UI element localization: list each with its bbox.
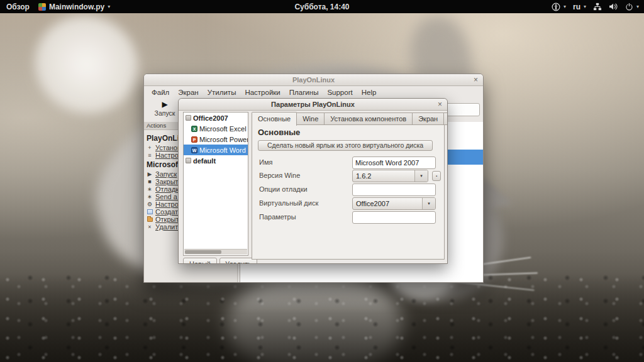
selected-value: Office2007 (356, 200, 389, 207)
tree-item-default[interactable]: default (184, 155, 248, 166)
report-icon: ∗ (147, 194, 153, 200)
chevron-down-icon: ▾ (108, 4, 110, 9)
desktop: Обзор Mainwindow.py ▾ Суббота, 14:40 ▾ r… (0, 0, 644, 362)
debug-options-field[interactable] (352, 184, 436, 196)
menu-display[interactable]: Экран (174, 89, 203, 96)
stop-icon: ■ (147, 178, 153, 185)
accessibility-icon (552, 3, 560, 11)
new-drive-button[interactable]: Новый (183, 258, 217, 264)
run-button-label: Запуск (155, 109, 175, 117)
tree-buttons: Новый Удалить (183, 258, 257, 264)
menu-file[interactable]: Файл (147, 89, 174, 96)
word-icon: W (191, 147, 197, 153)
power-icon (625, 3, 633, 11)
app-menu-label: Mainwindow.py (49, 3, 104, 11)
tree-item-label: Office2007 (193, 114, 228, 122)
tab-panel-general: Основные Сделать новый ярлык из этого ви… (252, 124, 445, 260)
play-icon: ▶ (147, 171, 153, 177)
app-menu-button[interactable]: Mainwindow.py ▾ (38, 3, 110, 11)
horizontal-scrollbar[interactable] (184, 249, 247, 255)
tab-display[interactable]: Экран (413, 112, 444, 125)
top-bar: Обзор Mainwindow.py ▾ Суббота, 14:40 ▾ r… (0, 0, 644, 13)
folder-icon (147, 217, 153, 222)
dialog-titlebar[interactable]: Параметры PlayOnLinux × (179, 99, 447, 111)
tree-item-label: default (193, 157, 216, 165)
volume-indicator[interactable] (609, 3, 618, 11)
virtual-drive-icon (186, 158, 191, 163)
chevron-down-icon: ▾ (564, 4, 566, 9)
chevron-down-icon: ▾ (636, 4, 639, 9)
remove-icon: × (147, 224, 153, 230)
tree-item-label: Microsoft Word 2007 (199, 146, 248, 154)
virtual-drive-select[interactable]: Office2007 ▾ (352, 197, 436, 210)
menu-support[interactable]: Support (323, 89, 357, 96)
drives-tree: Office2007 X Microsoft Excel 2007 P Micr… (183, 112, 248, 256)
tree-item-label: Microsoft Excel 2007 (199, 125, 248, 133)
tab-general[interactable]: Основные (252, 112, 297, 126)
cat-paw-shape (21, 13, 152, 128)
sidebar-item-label: Запуск (155, 170, 177, 178)
wine-version-label: Версия Wine (259, 172, 300, 179)
form-row-arguments: Параметры (258, 211, 438, 224)
name-field[interactable] (352, 156, 436, 169)
chevron-down-icon[interactable]: ▾ (414, 170, 428, 182)
menu-settings[interactable]: Настройки (240, 89, 284, 96)
power-menu[interactable]: ▾ (625, 3, 639, 11)
form-row-virtual-drive: Виртуальный диск Office2007 ▾ (258, 197, 438, 210)
dialog-title: Параметры PlayOnLinux (271, 101, 355, 108)
plus-icon: + (147, 145, 153, 151)
list-icon: ≡ (147, 152, 153, 158)
volume-icon (609, 3, 618, 11)
window-titlebar[interactable]: PlayOnLinux × (144, 74, 483, 86)
debug-options-label: Опции отладки (259, 185, 308, 193)
powerpoint-icon: P (191, 136, 197, 143)
form-row-debug-options: Опции отладки (258, 184, 438, 196)
keyboard-layout-menu[interactable]: ru ▾ (573, 3, 586, 11)
tree-item-powerpoint[interactable]: P Microsoft PowerPoint 2007 (184, 134, 248, 145)
tab-wine[interactable]: Wine (297, 112, 325, 125)
network-icon (593, 3, 602, 11)
virtual-drive-label: Виртуальный диск (259, 199, 318, 207)
gravel-ground (0, 274, 644, 362)
window-title: PlayOnLinux (292, 76, 335, 84)
virtual-drive-icon (186, 115, 191, 121)
arguments-field[interactable] (352, 211, 436, 224)
tree-item-label: Microsoft PowerPoint 2007 (199, 136, 248, 143)
clock[interactable]: Суббота, 14:40 (294, 3, 349, 11)
settings-dialog: Параметры PlayOnLinux × Office2007 X Mic… (178, 98, 448, 264)
chevron-down-icon[interactable]: ▾ (422, 198, 435, 209)
shortcut-icon (147, 209, 153, 214)
close-icon[interactable]: × (474, 74, 478, 85)
make-shortcut-button[interactable]: Сделать новый ярлык из этого виртуальног… (258, 140, 433, 151)
debug-icon: ∗ (147, 186, 153, 192)
tree-item-word-selected[interactable]: W Microsoft Word 2007 (184, 145, 248, 155)
selected-value: 1.6.2 (356, 172, 371, 180)
form-row-wine-version: Версия Wine 1.6.2 ▾ ▪ (258, 170, 438, 182)
panel-heading: Основные (258, 128, 300, 137)
manage-wine-versions-button[interactable]: ▪ (432, 171, 441, 181)
form-row-name: Имя (258, 156, 438, 169)
name-label: Имя (259, 158, 272, 166)
menu-tools[interactable]: Утилиты (203, 89, 241, 96)
tab-install-components[interactable]: Установка компонентов (325, 112, 413, 125)
tree-item-excel[interactable]: X Microsoft Excel 2007 (184, 123, 248, 134)
menu-bar: Файл Экран Утилиты Настройки Плагины Sup… (144, 86, 483, 98)
app-icon (38, 3, 46, 11)
close-icon[interactable]: × (438, 99, 442, 110)
gear-icon: ⚙ (147, 201, 153, 207)
wine-version-select[interactable]: 1.6.2 ▾ (352, 170, 428, 182)
tab-misc[interactable]: Разное (444, 112, 448, 125)
scrollbar-thumb[interactable] (185, 250, 221, 254)
keyboard-layout-label: ru (573, 3, 580, 11)
accessibility-menu[interactable]: ▾ (552, 3, 566, 11)
menu-plugins[interactable]: Плагины (285, 89, 323, 96)
excel-icon: X (191, 126, 197, 132)
arguments-label: Параметры (259, 213, 296, 221)
network-indicator[interactable] (593, 3, 602, 11)
activities-button[interactable]: Обзор (6, 3, 30, 11)
chevron-down-icon: ▾ (584, 4, 586, 9)
tree-item-office2007[interactable]: Office2007 (184, 112, 248, 123)
dialog-tabs: Основные Wine Установка компонентов Экра… (252, 111, 448, 125)
menu-help[interactable]: Help (357, 89, 381, 96)
